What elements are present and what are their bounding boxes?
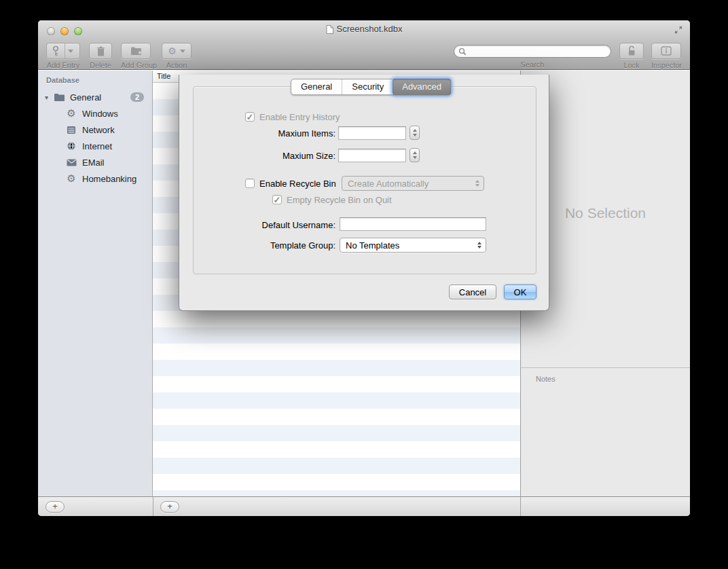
search-area: Search [454, 45, 611, 69]
sidebar-item-label: General [70, 92, 101, 103]
empty-recycle-bin-checkbox[interactable]: ✓ [272, 195, 282, 204]
notes-label: Notes [521, 368, 690, 383]
folder-plus-icon [130, 46, 142, 56]
popup-arrows-icon [472, 180, 484, 187]
document-icon [326, 25, 333, 34]
lock-button[interactable]: Lock [619, 43, 644, 69]
add-entry-dropdown-arrow[interactable] [68, 50, 73, 53]
default-username-field[interactable] [340, 217, 486, 231]
window-title: Screenshot.kdbx [38, 24, 690, 34]
popup-arrows-icon [474, 242, 486, 249]
folder-icon [53, 93, 65, 102]
tab-general[interactable]: General [291, 79, 342, 94]
gear-icon: ⚙ [65, 172, 77, 185]
maxium-items-stepper[interactable] [410, 126, 420, 140]
sidebar-item-homebanking[interactable]: ⚙ Homebanking [38, 170, 152, 187]
gear-icon: ⚙ [65, 107, 77, 120]
recycle-bin-mode-popup[interactable]: Create Automatically [342, 176, 484, 191]
maxium-items-label: Maxium Items: [206, 128, 335, 139]
envelope-icon [65, 159, 77, 166]
sidebar-item-label: Windows [82, 109, 118, 119]
open-padlock-icon [627, 45, 636, 56]
enable-entry-history-checkbox[interactable]: ✓ [245, 112, 255, 122]
template-group-label: Template Group: [206, 240, 335, 251]
sidebar-item-general[interactable]: ▾ General 2 [38, 89, 152, 105]
bottom-bar: + + [38, 496, 690, 516]
tab-advanced[interactable]: Advanced [393, 79, 451, 95]
delete-button[interactable]: Delete [89, 43, 112, 69]
search-input[interactable] [454, 45, 611, 58]
maxium-size-label: Maxium Size: [206, 151, 335, 161]
inspector-button[interactable]: Inspector [651, 43, 682, 69]
enable-entry-history-label: Enable Entry History [259, 112, 340, 122]
sidebar-item-label: Internet [82, 141, 112, 151]
add-group-plus-button[interactable]: + [46, 501, 65, 513]
notes-section: Notes [521, 367, 690, 383]
sidebar-item-label: EMail [82, 158, 105, 168]
template-group-popup[interactable]: No Templates [340, 238, 486, 253]
add-entry-plus-button[interactable]: + [160, 501, 179, 513]
sidebar-item-network[interactable]: Network [38, 122, 152, 138]
database-settings-dialog: General Security Advanced ✓ Enable Entry… [179, 75, 549, 311]
window-chrome: Screenshot.kdbx Add Entry Delete [38, 20, 690, 70]
divider [520, 497, 521, 516]
divider [153, 497, 153, 516]
info-icon [661, 46, 672, 56]
sidebar-item-internet[interactable]: Internet [38, 138, 152, 154]
add-group-button[interactable]: Add Group [121, 43, 157, 69]
sidebar-header: Database [38, 71, 152, 84]
cancel-button[interactable]: Cancel [449, 284, 496, 299]
magnifier-icon [458, 48, 467, 56]
action-dropdown-arrow [180, 50, 185, 53]
enable-recycle-bin-label: Enable Recycle Bin [259, 179, 336, 189]
entry-count-badge: 2 [130, 92, 144, 102]
default-username-label: Default Username: [206, 220, 335, 230]
sidebar-item-email[interactable]: EMail [38, 154, 152, 170]
maxium-size-stepper[interactable] [410, 148, 420, 162]
action-button[interactable]: ⚙ Action [162, 43, 192, 69]
server-icon [65, 126, 77, 134]
globe-icon [65, 141, 77, 151]
add-entry-button[interactable]: Add Entry [46, 43, 80, 69]
maxium-size-field[interactable] [338, 149, 406, 162]
gear-icon: ⚙ [168, 46, 177, 56]
app-window: Screenshot.kdbx Add Entry Delete [38, 20, 690, 516]
key-icon [51, 45, 60, 56]
maxium-items-field[interactable] [338, 126, 406, 140]
tab-security[interactable]: Security [342, 79, 393, 94]
trash-icon [96, 46, 105, 56]
ok-button[interactable]: OK [504, 284, 536, 299]
sidebar-item-windows[interactable]: ⚙ Windows [38, 105, 152, 122]
sidebar-item-label: Homebanking [82, 174, 136, 184]
sidebar: Database ▾ General 2 ⚙ Windows Network [38, 71, 153, 496]
disclosure-triangle-icon[interactable]: ▾ [45, 94, 53, 101]
fullscreen-icon[interactable] [674, 25, 683, 35]
enable-recycle-bin-checkbox[interactable] [245, 179, 255, 188]
empty-recycle-bin-label: Empty Recycle Bin on Quit [287, 195, 392, 205]
sidebar-item-label: Network [82, 125, 115, 135]
dialog-tab-bar: General Security Advanced [291, 79, 451, 95]
